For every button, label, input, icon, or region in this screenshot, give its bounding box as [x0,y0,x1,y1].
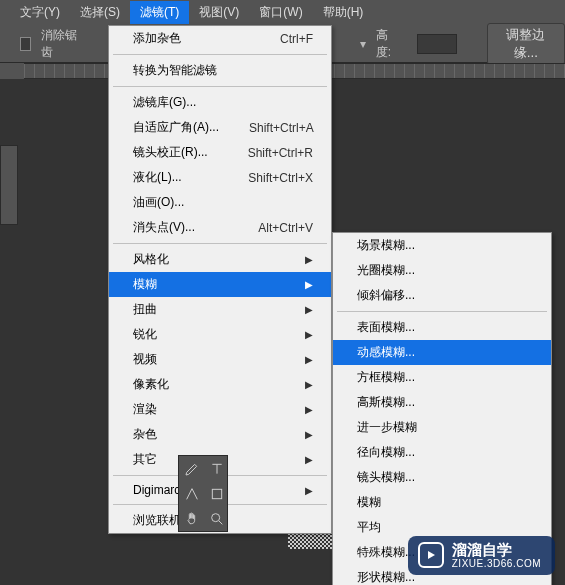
watermark-brand: 溜溜自学 [452,542,541,559]
submenu-arrow-icon: ▶ [305,379,313,390]
tools-left-panel [0,145,18,225]
submenu-arrow-icon: ▶ [305,254,313,265]
mi-label: 自适应广角(A)... [133,119,219,136]
submenu-arrow-icon: ▶ [305,429,313,440]
tool-rectangle[interactable] [204,481,229,506]
mi-label: 渲染 [133,401,157,418]
mi-surface-blur[interactable]: 表面模糊... [333,315,551,340]
mi-more-blur[interactable]: 进一步模糊 [333,415,551,440]
mi-label: 模糊 [357,494,381,511]
mi-label: 模糊 [133,276,157,293]
mi-gaussian-blur[interactable]: 高斯模糊... [333,390,551,415]
mi-shortcut: Shift+Ctrl+X [248,171,313,185]
mi-lens-blur[interactable]: 镜头模糊... [333,465,551,490]
height-input[interactable] [417,34,457,54]
mi-adaptive-wide[interactable]: 自适应广角(A)... Shift+Ctrl+A [109,115,331,140]
mi-pixelate[interactable]: 像素化 ▶ [109,372,331,397]
tool-pen[interactable] [179,456,204,481]
mi-oil-paint[interactable]: 油画(O)... [109,190,331,215]
menu-separator [113,54,327,55]
mi-stylize[interactable]: 风格化 ▶ [109,247,331,272]
mi-label: 径向模糊... [357,444,415,461]
mi-label: 高斯模糊... [357,394,415,411]
menu-separator [113,243,327,244]
submenu-arrow-icon: ▶ [305,304,313,315]
tool-zoom[interactable] [204,506,229,531]
submenu-arrow-icon: ▶ [305,329,313,340]
mi-label: 表面模糊... [357,319,415,336]
mi-sharpen[interactable]: 锐化 ▶ [109,322,331,347]
mi-label: 液化(L)... [133,169,182,186]
mi-box-blur[interactable]: 方框模糊... [333,365,551,390]
mi-label: 像素化 [133,376,169,393]
mi-convert-smart[interactable]: 转换为智能滤镜 [109,58,331,83]
mi-iris-blur[interactable]: 光圈模糊... [333,258,551,283]
watermark: 溜溜自学 ZIXUE.3D66.COM [408,536,555,576]
menu-help[interactable]: 帮助(H) [313,1,374,24]
submenu-arrow-icon: ▶ [305,279,313,290]
mi-label: 形状模糊... [357,569,415,585]
mi-label: 特殊模糊... [357,544,415,561]
menu-window[interactable]: 窗口(W) [249,1,312,24]
menubar: 文字(Y) 选择(S) 滤镜(T) 视图(V) 窗口(W) 帮助(H) [0,0,565,25]
mi-label: 油画(O)... [133,194,184,211]
mi-label: 方框模糊... [357,369,415,386]
tool-path[interactable] [179,481,204,506]
svg-rect-0 [212,489,221,498]
mi-label: 视频 [133,351,157,368]
mi-motion-blur[interactable]: 动感模糊... [333,340,551,365]
mi-last-filter[interactable]: 添加杂色 Ctrl+F [109,26,331,51]
play-icon [418,542,444,568]
mi-label: 其它 [133,451,157,468]
mi-vanishing[interactable]: 消失点(V)... Alt+Ctrl+V [109,215,331,240]
mi-render[interactable]: 渲染 ▶ [109,397,331,422]
mi-filter-gallery[interactable]: 滤镜库(G)... [109,90,331,115]
mi-label: 风格化 [133,251,169,268]
mi-shortcut: Shift+Ctrl+A [249,121,314,135]
submenu-arrow-icon: ▶ [305,404,313,415]
mi-label: 动感模糊... [357,344,415,361]
mi-distort[interactable]: 扭曲 ▶ [109,297,331,322]
submenu-arrow-icon: ▶ [305,454,313,465]
mi-label: 添加杂色 [133,30,181,47]
menu-select[interactable]: 选择(S) [70,1,130,24]
mi-liquify[interactable]: 液化(L)... Shift+Ctrl+X [109,165,331,190]
submenu-arrow-icon: ▶ [305,354,313,365]
menu-view[interactable]: 视图(V) [189,1,249,24]
mi-label: 平均 [357,519,381,536]
antialias-label: 消除锯齿 [41,27,78,61]
mi-blur[interactable]: 模糊 ▶ [109,272,331,297]
mi-label: 锐化 [133,326,157,343]
adjust-edges-button[interactable]: 调整边缘... [487,23,565,65]
mi-label: 倾斜偏移... [357,287,415,304]
mi-label: 光圈模糊... [357,262,415,279]
mi-video[interactable]: 视频 ▶ [109,347,331,372]
mi-label: 扭曲 [133,301,157,318]
tool-type[interactable] [204,456,229,481]
mi-label: 镜头模糊... [357,469,415,486]
mi-blur-simple[interactable]: 模糊 [333,490,551,515]
mi-label: Digimarc [133,483,180,497]
height-label: 高度: [376,27,397,61]
toolbox [178,455,228,532]
svg-point-1 [211,513,219,521]
menu-separator [337,311,547,312]
blur-submenu: 场景模糊... 光圈模糊... 倾斜偏移... 表面模糊... 动感模糊... … [332,232,552,585]
mi-lens-correction[interactable]: 镜头校正(R)... Shift+Ctrl+R [109,140,331,165]
mi-field-blur[interactable]: 场景模糊... [333,233,551,258]
tool-hand[interactable] [179,506,204,531]
mi-label: 滤镜库(G)... [133,94,196,111]
mi-label: 进一步模糊 [357,419,417,436]
mi-label: 消失点(V)... [133,219,195,236]
chevron-down-icon[interactable]: ▾ [360,37,366,51]
menu-text[interactable]: 文字(Y) [10,1,70,24]
menu-separator [113,86,327,87]
mi-noise[interactable]: 杂色 ▶ [109,422,331,447]
mi-label: 杂色 [133,426,157,443]
mi-radial-blur[interactable]: 径向模糊... [333,440,551,465]
menu-filter[interactable]: 滤镜(T) [130,1,189,24]
mi-tilt-shift[interactable]: 倾斜偏移... [333,283,551,308]
mi-shortcut: Shift+Ctrl+R [248,146,313,160]
submenu-arrow-icon: ▶ [305,485,313,496]
antialias-checkbox[interactable] [20,37,31,51]
